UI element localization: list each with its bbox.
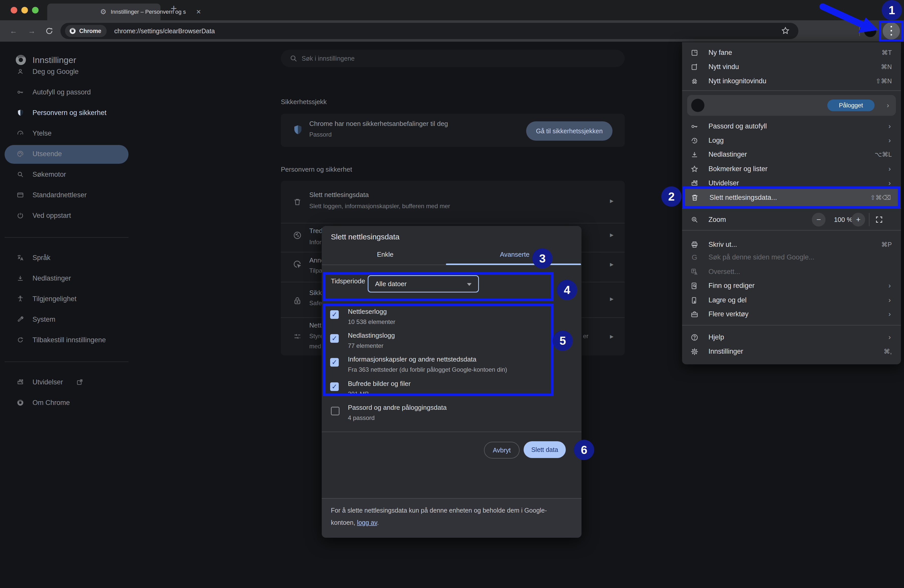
find-icon [691,282,698,290]
menu-item-help[interactable]: Hjelp › [682,330,901,344]
footer-line1: For å slette nettlesingsdata kun på denn… [331,507,547,514]
sidebar-item-sprak[interactable]: Språk [0,251,128,265]
toolbar: ← → Chrome chrome://settings/clearBrowse… [0,20,904,42]
chrome-chip-label: Chrome [79,25,101,37]
menu-item-new-incognito[interactable]: Nytt inkognitovindu ⇧⌘N [682,74,901,88]
security-check-heading: Sikkerhetssjekk [281,98,327,106]
menu-item-downloads[interactable]: Nedlastinger ⌥⌘L [682,147,901,161]
sidebar-item-utseende[interactable]: Utseende [0,147,128,161]
security-shield-icon [292,125,303,135]
sidebar-item-personvern[interactable]: Personvern og sikkerhet [0,106,128,120]
dialog-divider [322,432,582,432]
key-icon [17,89,24,96]
security-check-card: Chrome har noen sikkerhetsanbefalinger t… [281,114,625,147]
reset-icon [17,337,24,343]
sidebar-item-om-chrome[interactable]: Om Chrome [0,395,128,410]
trash-icon [293,198,302,206]
minimize-window-button[interactable] [21,7,28,13]
reload-icon[interactable] [45,27,54,36]
download-icon [691,151,698,158]
tab-settings[interactable]: ⚙ Innstillinger – Personvern og s ✕ [47,3,161,20]
delete-data-button[interactable]: Slett data [524,441,566,458]
gear-icon [691,348,698,356]
profile-avatar [691,99,705,112]
settings-logo-icon [15,54,27,66]
sidebar-item-sokemotor[interactable]: Søkemotor [0,167,128,182]
menu-item-translate: Oversett... [682,264,901,279]
row-clear-browsing-data[interactable]: Slett nettlesingsdata Slett loggen, info… [281,181,625,223]
fullscreen-icon[interactable] [875,215,883,224]
new-tab-button[interactable]: + [171,3,177,15]
tab-basic[interactable]: Enkle [352,247,418,262]
zoom-window-button[interactable] [32,7,39,13]
search-icon [289,54,298,62]
annotation-circle-1: 1 [882,0,902,20]
go-to-security-check-button[interactable]: Gå til sikkerhetssjekken [526,121,613,141]
close-window-button[interactable] [11,7,17,13]
bookmark-star-icon[interactable] [781,27,790,35]
checkbox-unchecked[interactable] [331,407,340,415]
chevron-right-icon: ▸ [610,294,613,303]
star-icon [691,165,698,173]
menu-item-settings[interactable]: Innstillinger ⌘, [682,344,901,359]
google-g-icon: G [691,254,698,261]
url-bar[interactable]: Chrome chrome://settings/clearBrowserDat… [60,23,798,39]
menu-item-zoom: Zoom − 100 % + [682,212,901,228]
menu-profile-row[interactable]: Pålogget › [687,95,896,116]
sidebar-item-tilgjengelighet[interactable]: Tilgjengelighet [0,292,128,306]
menu-item-history[interactable]: Logg › [682,133,901,147]
sidebar-item-autofyll[interactable]: Autofyll og passord [0,85,128,99]
tab-close-icon[interactable]: ✕ [196,3,201,20]
menu-item-save-and-share[interactable]: Lagre og del › [682,293,901,307]
back-icon[interactable]: ← [9,20,17,42]
menu-divider [682,230,901,231]
menu-item-find-and-edit[interactable]: Finn og rediger › [682,278,901,293]
menu-item-new-tab[interactable]: Ny fane ⌘T [682,46,901,60]
translate-icon [17,254,24,261]
menu-item-passwords[interactable]: Passord og autofyll › [682,119,901,133]
sidebar-item-ytelse[interactable]: Ytelse [0,126,128,141]
sidebar-divider [5,237,128,238]
chevron-right-icon: › [887,95,889,116]
wrench-icon [17,316,24,323]
external-link-icon [76,379,83,386]
annotation-rect-checkboxes [323,303,553,396]
history-icon [691,137,698,144]
menu-item-print[interactable]: Skriv ut... ⌘P [682,237,901,251]
annotation-circle-2: 2 [661,187,681,207]
menu-item-bookmarks[interactable]: Bokmerker og lister › [682,162,901,176]
annotation-arrow [817,2,883,37]
zoom-out-button[interactable]: − [812,213,825,226]
zoom-in-button[interactable]: + [852,213,865,226]
settings-search-bar[interactable]: Søk i innstillingene [281,50,625,67]
zoom-icon [691,216,698,223]
sidebar-item-ved-oppstart[interactable]: Ved oppstart [0,209,128,223]
url-text[interactable]: chrome://settings/clearBrowserData [114,23,215,39]
sliders-icon [293,332,302,341]
dialog-title: Slett nettlesingsdata [331,232,400,241]
menu-divider [682,325,901,326]
key-icon [691,123,698,130]
forward-icon[interactable]: → [28,20,36,42]
sidebar-item-deg-og-google[interactable]: Deg og Google [0,65,128,79]
page-title: Innstillinger [33,54,76,66]
power-icon [17,212,24,219]
sidebar-item-standardnettleser[interactable]: Standardnettleser [0,188,128,202]
chrome-logo-icon [69,27,76,35]
sign-out-link[interactable]: logg av [357,519,377,526]
chrome-icon [17,399,24,406]
sidebar-item-tilbakestill[interactable]: Tilbakestill innstillingene [0,333,128,347]
chevron-right-icon: ▸ [610,196,613,205]
incognito-icon [691,77,698,85]
annotation-circle-4: 4 [557,280,577,300]
menu-item-new-window[interactable]: Nytt vindu ⌘N [682,60,901,74]
puzzle-icon [17,379,24,386]
chevron-right-icon: ▸ [610,260,613,268]
footer-line2: kontoen, logg av. [331,519,379,526]
sidebar-item-system[interactable]: System [0,312,128,327]
cancel-button[interactable]: Avbryt [484,442,520,458]
sidebar-item-nedlastinger[interactable]: Nedlastinger [0,271,128,285]
puzzle-icon [691,180,698,187]
sidebar-item-utvidelser[interactable]: Utvidelser [0,375,128,389]
menu-item-more-tools[interactable]: Flere verktøy › [682,307,901,321]
